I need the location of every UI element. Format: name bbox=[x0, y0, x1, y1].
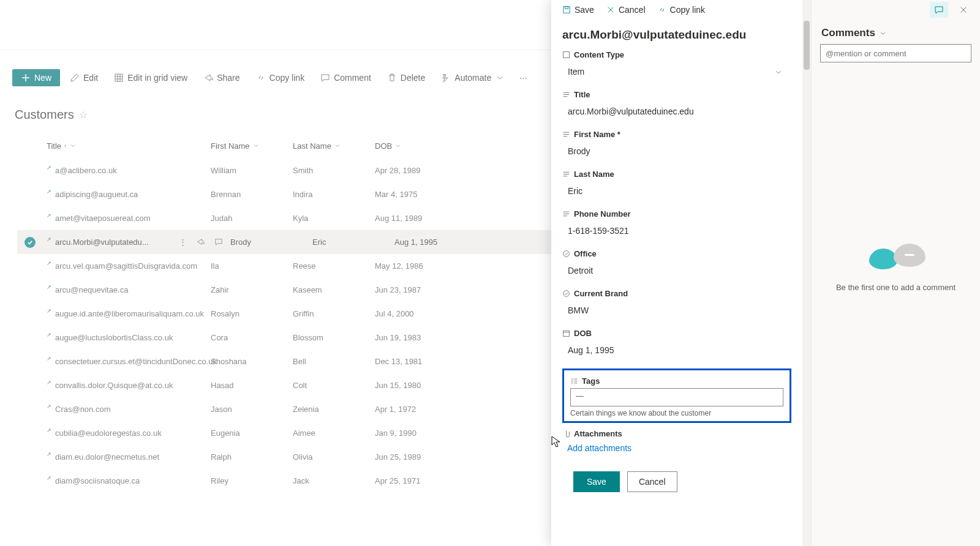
share-button[interactable]: Share bbox=[197, 69, 246, 86]
field-office: Office bbox=[562, 249, 791, 280]
header-lastname[interactable]: Last Name bbox=[293, 141, 375, 151]
comments-top bbox=[812, 0, 980, 20]
row-title[interactable]: ↗consectetuer.cursus.et@tinciduntDonec.c… bbox=[47, 357, 211, 366]
panel-cancel-top[interactable]: Cancel bbox=[601, 2, 650, 17]
grid-label: Edit in grid view bbox=[127, 73, 187, 83]
panel-save-top[interactable]: Save bbox=[557, 2, 599, 17]
row-dob: Mar 4, 1975 bbox=[375, 190, 457, 199]
text-icon bbox=[562, 170, 570, 178]
row-lastname: Kaseem bbox=[293, 285, 375, 294]
close-icon bbox=[959, 6, 968, 14]
phone-input[interactable] bbox=[562, 221, 791, 241]
panel-copylink-top[interactable]: Copy link bbox=[653, 2, 710, 17]
attachments-label: Attachments bbox=[574, 429, 622, 438]
title-input[interactable] bbox=[562, 102, 791, 121]
save-button[interactable]: Save bbox=[573, 471, 620, 492]
new-button[interactable]: New bbox=[12, 69, 60, 86]
plus-icon bbox=[21, 73, 31, 83]
svg-point-4 bbox=[564, 251, 570, 257]
list-title: Customers bbox=[15, 108, 74, 122]
header-dob[interactable]: DOB bbox=[375, 141, 457, 151]
panel-title: arcu.Morbi@vulputateduinec.edu bbox=[562, 20, 791, 50]
field-dob: DOB bbox=[562, 329, 791, 360]
chevron-down-icon bbox=[334, 142, 341, 149]
dob-input[interactable] bbox=[562, 340, 791, 360]
row-dob: Apr 28, 1989 bbox=[375, 166, 457, 175]
comments-header[interactable]: Comments bbox=[812, 20, 980, 44]
firstname-input[interactable] bbox=[562, 141, 791, 161]
delete-button[interactable]: Delete bbox=[381, 69, 431, 86]
comment-input[interactable] bbox=[820, 44, 971, 62]
row-title[interactable]: ↗a@aclibero.co.uk bbox=[47, 166, 211, 175]
header-firstname[interactable]: First Name bbox=[211, 141, 293, 151]
comments-empty: Be the first one to add a comment bbox=[812, 62, 980, 546]
comments-empty-text: Be the first one to add a comment bbox=[836, 283, 956, 292]
link-icon: ↗ bbox=[47, 403, 51, 410]
link-icon: ↗ bbox=[47, 427, 51, 433]
chevron-down-icon bbox=[394, 142, 402, 149]
text-icon bbox=[562, 210, 570, 218]
share-icon[interactable] bbox=[196, 237, 205, 246]
row-actions: ⋮ bbox=[179, 237, 230, 247]
copy-link-button[interactable]: Copy link bbox=[250, 69, 311, 86]
row-firstname: Brody bbox=[230, 237, 312, 247]
selected-check-icon[interactable] bbox=[24, 237, 36, 248]
edit-button[interactable]: Edit bbox=[64, 69, 104, 86]
copylink-label: Copy link bbox=[270, 73, 305, 83]
row-dob: Jun 25, 1989 bbox=[375, 452, 457, 462]
overflow-button[interactable]: ⋯ bbox=[514, 70, 532, 86]
row-title[interactable]: ↗Cras@non.com bbox=[47, 405, 211, 414]
panel-scrollbar[interactable] bbox=[802, 0, 811, 546]
row-lastname: Blossom bbox=[293, 333, 375, 342]
row-more-icon[interactable]: ⋮ bbox=[179, 237, 186, 247]
row-lastname: Olivia bbox=[293, 452, 375, 462]
close-panel-button[interactable] bbox=[954, 2, 973, 18]
add-attachments-link[interactable]: Add attachments bbox=[562, 441, 791, 463]
row-title[interactable]: ↗diam.eu.dolor@necmetus.net bbox=[47, 452, 211, 462]
brand-input[interactable] bbox=[562, 301, 791, 320]
share-icon bbox=[203, 73, 213, 83]
comment-icon[interactable] bbox=[214, 237, 223, 246]
row-lastname: Indira bbox=[293, 190, 375, 199]
row-lastname: Kyla bbox=[293, 214, 375, 223]
svg-rect-3 bbox=[564, 52, 570, 58]
comments-toggle-button[interactable] bbox=[930, 2, 948, 18]
row-title[interactable]: ↗augue.id.ante@liberomaurisaliquam.co.uk bbox=[47, 309, 211, 318]
row-title[interactable]: ↗arcu@nequevitae.ca bbox=[47, 285, 211, 294]
row-title[interactable]: ↗convallis.dolor.Quisque@at.co.uk bbox=[47, 381, 211, 390]
grid-edit-button[interactable]: Edit in grid view bbox=[108, 69, 194, 86]
link-icon: ↗ bbox=[47, 380, 51, 386]
cancel-button[interactable]: Cancel bbox=[627, 471, 677, 492]
content-type-value[interactable] bbox=[562, 62, 791, 81]
row-firstname: Shoshana bbox=[211, 357, 293, 366]
field-tags: Tags — Certain things we know about the … bbox=[562, 368, 791, 423]
scrollbar-thumb[interactable] bbox=[804, 21, 810, 70]
row-firstname: Ila bbox=[211, 261, 293, 271]
lastname-input[interactable] bbox=[562, 181, 791, 201]
link-icon: ↗ bbox=[47, 332, 51, 338]
link-icon: ↗ bbox=[47, 212, 51, 219]
row-title[interactable]: ↗arcu.vel.quam@sagittisDuisgravida.com bbox=[47, 261, 211, 271]
content-type-select[interactable] bbox=[562, 62, 791, 81]
chat-illustration-icon bbox=[865, 244, 927, 274]
row-dob: Apr 25, 1971 bbox=[375, 476, 457, 485]
header-title[interactable]: Title ↑ bbox=[47, 141, 211, 151]
chevron-down-icon bbox=[495, 73, 505, 83]
close-icon bbox=[606, 6, 615, 14]
row-title[interactable]: ↗diam@sociisnatoque.ca bbox=[47, 476, 211, 485]
tags-input[interactable]: — bbox=[570, 388, 783, 406]
office-input[interactable] bbox=[562, 261, 791, 280]
delete-label: Delete bbox=[401, 73, 425, 83]
row-title[interactable]: ↗amet@vitaeposuereat.com bbox=[47, 214, 211, 223]
panel-scroll[interactable]: arcu.Morbi@vulputateduinec.edu Content T… bbox=[551, 20, 802, 546]
automate-button[interactable]: Automate bbox=[435, 69, 511, 86]
row-dob: Dec 13, 1981 bbox=[375, 357, 457, 366]
row-title[interactable]: ↗adipiscing@augueut.ca bbox=[47, 190, 211, 199]
row-lastname: Colt bbox=[293, 381, 375, 390]
row-title[interactable]: ↗cubilia@eudoloregestas.co.uk bbox=[47, 428, 211, 438]
favorite-star-icon[interactable]: ☆ bbox=[79, 109, 88, 121]
choice-icon bbox=[562, 290, 570, 297]
comment-button[interactable]: Comment bbox=[314, 69, 377, 86]
row-title[interactable]: ↗augue@luctuslobortisClass.co.uk bbox=[47, 333, 211, 342]
field-lastname: Last Name bbox=[562, 170, 791, 201]
